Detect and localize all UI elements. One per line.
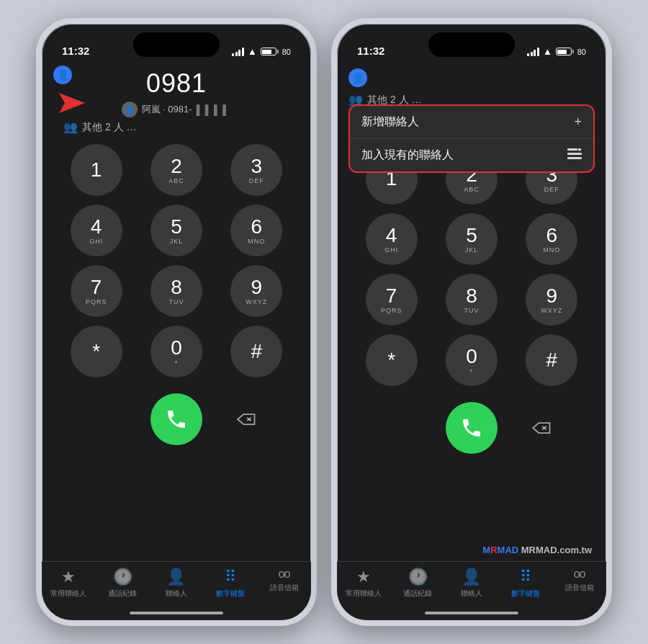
tab-contacts-label-2: 聯絡人 (461, 589, 482, 599)
key-0[interactable]: 0+ (150, 326, 202, 377)
tab-recents-icon-1: 🕐 (113, 568, 132, 586)
status-time-1: 11:32 (62, 45, 89, 58)
battery-icon-2 (556, 48, 574, 55)
wifi-icon-1: ▲ (248, 46, 257, 57)
bottom-actions-1 (42, 386, 311, 445)
tab-favorites-icon-2: ★ (356, 568, 371, 586)
tab-voicemail-label-1: 語音信箱 (270, 583, 299, 593)
tab-keypad-icon-1: ⠿ (225, 568, 236, 586)
delete-button-2[interactable] (526, 412, 558, 444)
key-2[interactable]: 2ABC (150, 144, 202, 196)
key-3[interactable]: 3DEF (230, 144, 282, 196)
key-7-p2[interactable]: 7PQRS (366, 274, 418, 326)
home-indicator-1 (130, 612, 223, 614)
key-hash-p2[interactable]: # (526, 334, 577, 386)
call-button-2[interactable] (446, 402, 498, 454)
key-8[interactable]: 8TUV (150, 265, 202, 317)
dialpad-2: 1 2ABC 3DEF 4GHI 5JKL 6MNO 7PQRS 8TUV 9W… (337, 146, 606, 386)
phone-2-frame: 11:32 ▲ 80 (331, 18, 612, 626)
tab-contacts-2[interactable]: 👤 聯絡人 (445, 568, 499, 599)
call-button-1[interactable] (150, 393, 202, 445)
tab-contacts-label-1: 聯絡人 (166, 589, 187, 599)
caller-app-icon-2: 👤 (348, 68, 367, 87)
add-existing-contact-item[interactable]: 加入現有的聯絡人 (350, 139, 593, 171)
dialpad-row-3: 7PQRS 8TUV 9WXYZ (56, 265, 297, 317)
key-hash[interactable]: # (230, 326, 282, 377)
add-existing-contact-label: 加入現有的聯絡人 (361, 148, 454, 163)
key-4-p2[interactable]: 4GHI (366, 213, 418, 265)
tab-keypad-icon-2: ⠿ (520, 568, 531, 586)
key-5-p2[interactable]: 5JKL (446, 213, 498, 265)
add-new-contact-item[interactable]: 新增聯絡人 + (350, 106, 593, 139)
key-6[interactable]: 6MNO (230, 205, 282, 256)
key-5[interactable]: 5JKL (150, 205, 202, 256)
contact-dropdown: 新增聯絡人 + 加入現有的聯絡人 (348, 104, 595, 173)
signal-icon-2 (527, 48, 539, 56)
tab-contacts-icon-1: 👤 (166, 568, 186, 586)
tab-favorites-2[interactable]: ★ 常用聯絡人 (337, 568, 391, 599)
status-icons-1: ▲ 80 (232, 46, 291, 58)
tab-keypad-label-2: 數字鍵盤 (511, 589, 540, 599)
dialpad-row-2-2: 4GHI 5JKL 6MNO (351, 213, 592, 265)
phone-1-frame: 11:32 ▲ 80 (36, 18, 317, 626)
battery-text-2: 80 (577, 48, 586, 56)
tab-favorites-label-2: 常用聯絡人 (346, 589, 382, 599)
caller-number-1: 0981 (146, 68, 207, 99)
tab-voicemail-2[interactable]: oo 語音信箱 (552, 568, 606, 593)
watermark-text: MRMAD.com.tw (521, 545, 592, 555)
svg-marker-0 (59, 93, 85, 113)
caller-header-1: 👤 0981 👤 阿嵐 · 0981- ▌▌▌▌ (42, 63, 311, 137)
key-9[interactable]: 9WXYZ (230, 265, 282, 317)
tab-voicemail-1[interactable]: oo 語音信箱 (257, 568, 311, 593)
tab-voicemail-label-2: 語音信箱 (565, 583, 594, 593)
key-7[interactable]: 7PQRS (71, 265, 122, 317)
tab-recents-2[interactable]: 🕐 通話紀錄 (391, 568, 445, 599)
add-existing-contact-icon (567, 148, 582, 163)
wifi-icon-2: ▲ (543, 46, 552, 57)
caller-icon-row-1: 0981 (146, 68, 207, 99)
tab-keypad-1[interactable]: ⠿ 數字鍵盤 (203, 568, 257, 599)
tab-keypad-2[interactable]: ⠿ 數字鍵盤 (498, 568, 552, 599)
key-0-p2[interactable]: 0+ (446, 334, 498, 386)
tab-favorites-label-1: 常用聯絡人 (50, 589, 86, 599)
others-text-1: 其他 2 人 … (82, 121, 136, 134)
key-star[interactable]: * (71, 326, 122, 377)
caller-icon-row-2: 👤 (348, 68, 367, 87)
key-6-p2[interactable]: 6MNO (526, 213, 577, 265)
tab-favorites-1[interactable]: ★ 常用聯絡人 (42, 568, 96, 599)
caller-sub-1: 👤 阿嵐 · 0981- ▌▌▌▌ (122, 102, 232, 117)
battery-icon-1 (261, 48, 279, 55)
key-1[interactable]: 1 (71, 144, 122, 196)
signal-icon-1 (232, 48, 244, 56)
caller-sub-text-1: 阿嵐 · 0981- (142, 103, 192, 116)
add-new-contact-icon: + (574, 115, 582, 130)
battery-text-1: 80 (282, 48, 291, 56)
others-row-1: 👥 其他 2 人 … (56, 120, 136, 134)
key-4[interactable]: 4GHI (71, 205, 122, 256)
caller-header-2: 👤 👥 其他 2 人 … (337, 63, 606, 109)
dialpad-row-2-4: * 0+ # (351, 334, 592, 386)
watermark: MRMAD MRMAD.com.tw (482, 545, 592, 555)
tab-voicemail-icon-2: oo (574, 568, 585, 581)
delete-button-1[interactable] (231, 403, 263, 435)
dialpad-row-2: 4GHI 5JKL 6MNO (56, 205, 297, 256)
dialpad-1: 1 2ABC 3DEF 4GHI 5JKL 6MNO 7PQRS 8TUV 9W… (42, 137, 311, 377)
key-9-p2[interactable]: 9WXYZ (526, 274, 577, 326)
phone-1-content: 👤 0981 👤 阿嵐 · 0981- ▌▌▌▌ (42, 63, 311, 620)
phone-2-content: 👤 👥 其他 2 人 … 新增聯絡人 + 加入現有的聯絡人 (337, 63, 606, 620)
dialpad-row-4: * 0+ # (56, 326, 297, 377)
key-8-p2[interactable]: 8TUV (446, 274, 498, 326)
tab-recents-label-2: 通話紀錄 (403, 589, 432, 599)
caller-sub-icon-1: 👤 (122, 102, 138, 117)
home-indicator-2 (425, 612, 518, 614)
phone-1: 11:32 ▲ 80 (36, 18, 317, 626)
caller-dots-1: ▌▌▌▌ (197, 104, 232, 115)
key-star-p2[interactable]: * (366, 334, 418, 386)
tab-contacts-1[interactable]: 👤 聯絡人 (150, 568, 204, 599)
status-icons-2: ▲ 80 (527, 46, 586, 58)
tab-favorites-icon-1: ★ (61, 568, 76, 586)
svg-rect-5 (567, 157, 582, 159)
tab-recents-1[interactable]: 🕐 通話紀錄 (96, 568, 150, 599)
dynamic-island-2 (428, 32, 515, 57)
tab-keypad-label-1: 數字鍵盤 (216, 589, 245, 599)
